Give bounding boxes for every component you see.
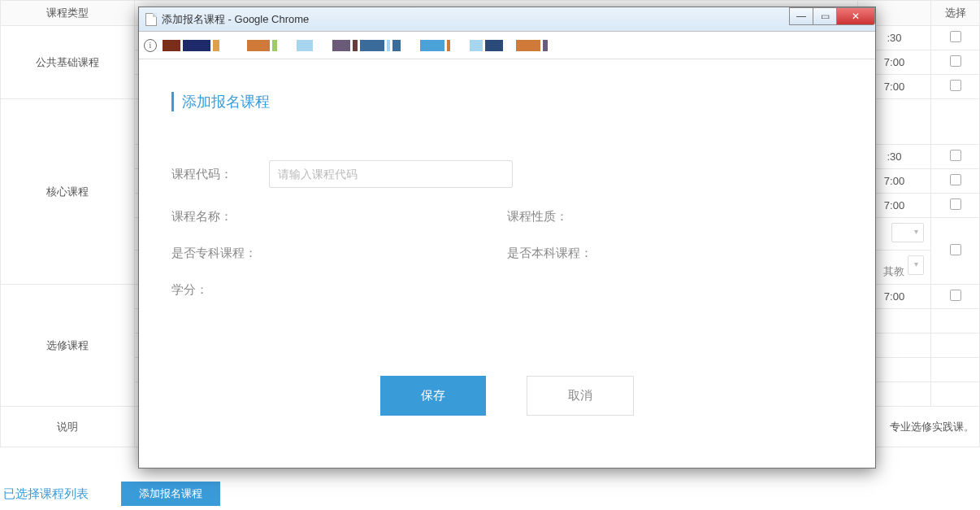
url-segment bbox=[420, 40, 444, 51]
chrome-window: 添加报名课程 - Google Chrome — ▭ ✕ i 添加报名课 bbox=[138, 7, 876, 469]
window-title: 添加报名课程 - Google Chrome bbox=[162, 12, 309, 27]
label-code: 课程代码： bbox=[171, 167, 269, 182]
close-button[interactable]: ✕ bbox=[836, 7, 875, 25]
label-credit: 学分： bbox=[171, 282, 269, 298]
cancel-button[interactable]: 取消 bbox=[527, 376, 634, 416]
label-zhuanke: 是否专科课程： bbox=[171, 246, 285, 261]
url-segment bbox=[485, 40, 503, 51]
row-checkbox[interactable] bbox=[950, 244, 961, 255]
bottom-bar: 已选择课程列表 添加报名课程 bbox=[0, 477, 980, 510]
url-segment bbox=[213, 40, 219, 51]
url-segment bbox=[543, 40, 548, 51]
document-icon bbox=[145, 13, 157, 26]
info-icon[interactable]: i bbox=[144, 39, 157, 52]
url-segment bbox=[353, 40, 358, 51]
dropdown[interactable] bbox=[891, 223, 924, 242]
url-segment bbox=[447, 40, 450, 51]
url-segment bbox=[387, 40, 390, 51]
url-bar[interactable]: i bbox=[139, 32, 875, 59]
url-segment bbox=[183, 40, 210, 51]
dialog-content: 添加报名课程 课程代码： 课程名称： 课程性质： 是否专科课程： 是否本科课程：… bbox=[139, 59, 875, 432]
minimize-button[interactable]: — bbox=[789, 7, 813, 25]
type-public-basic: 公共基础课程 bbox=[1, 26, 135, 99]
type-elective: 选修课程 bbox=[1, 285, 135, 407]
row-checkbox[interactable] bbox=[950, 31, 961, 42]
type-note: 说明 bbox=[1, 407, 135, 447]
url-segment bbox=[360, 40, 384, 51]
url-segment bbox=[392, 40, 401, 51]
extra-text: 其教 bbox=[883, 265, 904, 277]
header-select: 选择 bbox=[931, 1, 980, 26]
type-core: 核心课程 bbox=[1, 99, 135, 285]
header-type: 课程类型 bbox=[1, 1, 135, 26]
row-checkbox[interactable] bbox=[950, 80, 961, 91]
label-nature: 课程性质： bbox=[507, 209, 605, 224]
url-segment bbox=[163, 40, 180, 51]
dropdown[interactable] bbox=[908, 255, 924, 275]
selected-courses-link[interactable]: 已选择课程列表 bbox=[3, 486, 89, 502]
title-bar[interactable]: 添加报名课程 - Google Chrome — ▭ ✕ bbox=[139, 7, 875, 32]
row-checkbox[interactable] bbox=[950, 150, 961, 161]
url-segment bbox=[516, 40, 540, 51]
row-checkbox[interactable] bbox=[950, 55, 961, 67]
label-name: 课程名称： bbox=[171, 209, 269, 224]
save-button[interactable]: 保存 bbox=[380, 376, 486, 416]
row-checkbox[interactable] bbox=[950, 174, 961, 185]
url-segment bbox=[332, 40, 350, 51]
label-benke: 是否本科课程： bbox=[507, 246, 621, 261]
url-segment bbox=[297, 40, 313, 51]
maximize-button[interactable]: ▭ bbox=[813, 7, 837, 25]
dialog-title: 添加报名课程 bbox=[171, 92, 843, 111]
add-course-button[interactable]: 添加报名课程 bbox=[121, 482, 220, 506]
row-checkbox[interactable] bbox=[950, 198, 961, 210]
url-segment bbox=[247, 40, 270, 51]
url-segment bbox=[470, 40, 483, 51]
course-code-input[interactable] bbox=[269, 160, 513, 188]
url-segment bbox=[272, 40, 277, 51]
row-checkbox[interactable] bbox=[950, 290, 961, 301]
